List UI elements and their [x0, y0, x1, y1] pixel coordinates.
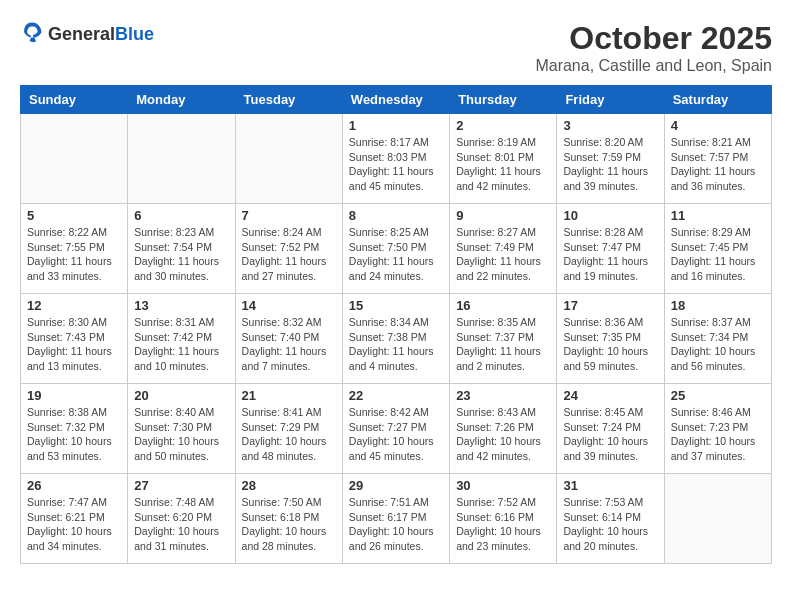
- day-info: Sunrise: 8:43 AM Sunset: 7:26 PM Dayligh…: [456, 405, 550, 464]
- title-section: October 2025 Marana, Castille and Leon, …: [535, 20, 772, 75]
- calendar-cell: 29Sunrise: 7:51 AM Sunset: 6:17 PM Dayli…: [342, 474, 449, 564]
- day-number: 5: [27, 208, 121, 223]
- day-info: Sunrise: 8:32 AM Sunset: 7:40 PM Dayligh…: [242, 315, 336, 374]
- day-info: Sunrise: 8:38 AM Sunset: 7:32 PM Dayligh…: [27, 405, 121, 464]
- calendar-cell: 6Sunrise: 8:23 AM Sunset: 7:54 PM Daylig…: [128, 204, 235, 294]
- day-info: Sunrise: 8:21 AM Sunset: 7:57 PM Dayligh…: [671, 135, 765, 194]
- day-info: Sunrise: 7:47 AM Sunset: 6:21 PM Dayligh…: [27, 495, 121, 554]
- calendar-cell: 25Sunrise: 8:46 AM Sunset: 7:23 PM Dayli…: [664, 384, 771, 474]
- calendar-cell: 28Sunrise: 7:50 AM Sunset: 6:18 PM Dayli…: [235, 474, 342, 564]
- day-info: Sunrise: 8:19 AM Sunset: 8:01 PM Dayligh…: [456, 135, 550, 194]
- calendar-cell: [235, 114, 342, 204]
- calendar-cell: 18Sunrise: 8:37 AM Sunset: 7:34 PM Dayli…: [664, 294, 771, 384]
- day-info: Sunrise: 8:22 AM Sunset: 7:55 PM Dayligh…: [27, 225, 121, 284]
- day-number: 16: [456, 298, 550, 313]
- day-info: Sunrise: 7:50 AM Sunset: 6:18 PM Dayligh…: [242, 495, 336, 554]
- weekday-header-wednesday: Wednesday: [342, 86, 449, 114]
- month-title: October 2025: [535, 20, 772, 57]
- day-number: 15: [349, 298, 443, 313]
- calendar-cell: 21Sunrise: 8:41 AM Sunset: 7:29 PM Dayli…: [235, 384, 342, 474]
- day-number: 20: [134, 388, 228, 403]
- calendar-cell: [128, 114, 235, 204]
- day-number: 12: [27, 298, 121, 313]
- calendar-cell: 11Sunrise: 8:29 AM Sunset: 7:45 PM Dayli…: [664, 204, 771, 294]
- calendar-cell: 8Sunrise: 8:25 AM Sunset: 7:50 PM Daylig…: [342, 204, 449, 294]
- logo-icon: [20, 20, 44, 44]
- weekday-header-monday: Monday: [128, 86, 235, 114]
- calendar-cell: 10Sunrise: 8:28 AM Sunset: 7:47 PM Dayli…: [557, 204, 664, 294]
- calendar-cell: [664, 474, 771, 564]
- weekday-header-saturday: Saturday: [664, 86, 771, 114]
- calendar-cell: 9Sunrise: 8:27 AM Sunset: 7:49 PM Daylig…: [450, 204, 557, 294]
- calendar-cell: 2Sunrise: 8:19 AM Sunset: 8:01 PM Daylig…: [450, 114, 557, 204]
- day-number: 23: [456, 388, 550, 403]
- calendar-cell: 14Sunrise: 8:32 AM Sunset: 7:40 PM Dayli…: [235, 294, 342, 384]
- day-info: Sunrise: 7:52 AM Sunset: 6:16 PM Dayligh…: [456, 495, 550, 554]
- day-number: 19: [27, 388, 121, 403]
- day-info: Sunrise: 8:34 AM Sunset: 7:38 PM Dayligh…: [349, 315, 443, 374]
- day-number: 11: [671, 208, 765, 223]
- day-info: Sunrise: 8:42 AM Sunset: 7:27 PM Dayligh…: [349, 405, 443, 464]
- day-number: 1: [349, 118, 443, 133]
- calendar-cell: 27Sunrise: 7:48 AM Sunset: 6:20 PM Dayli…: [128, 474, 235, 564]
- day-number: 17: [563, 298, 657, 313]
- week-row-5: 26Sunrise: 7:47 AM Sunset: 6:21 PM Dayli…: [21, 474, 772, 564]
- day-info: Sunrise: 8:24 AM Sunset: 7:52 PM Dayligh…: [242, 225, 336, 284]
- week-row-1: 1Sunrise: 8:17 AM Sunset: 8:03 PM Daylig…: [21, 114, 772, 204]
- day-info: Sunrise: 8:45 AM Sunset: 7:24 PM Dayligh…: [563, 405, 657, 464]
- weekday-header-row: SundayMondayTuesdayWednesdayThursdayFrid…: [21, 86, 772, 114]
- day-info: Sunrise: 8:27 AM Sunset: 7:49 PM Dayligh…: [456, 225, 550, 284]
- day-info: Sunrise: 8:37 AM Sunset: 7:34 PM Dayligh…: [671, 315, 765, 374]
- calendar-cell: 4Sunrise: 8:21 AM Sunset: 7:57 PM Daylig…: [664, 114, 771, 204]
- day-number: 30: [456, 478, 550, 493]
- day-number: 27: [134, 478, 228, 493]
- calendar-cell: 7Sunrise: 8:24 AM Sunset: 7:52 PM Daylig…: [235, 204, 342, 294]
- calendar-cell: 31Sunrise: 7:53 AM Sunset: 6:14 PM Dayli…: [557, 474, 664, 564]
- calendar-cell: 26Sunrise: 7:47 AM Sunset: 6:21 PM Dayli…: [21, 474, 128, 564]
- calendar-cell: [21, 114, 128, 204]
- day-number: 6: [134, 208, 228, 223]
- calendar-cell: 30Sunrise: 7:52 AM Sunset: 6:16 PM Dayli…: [450, 474, 557, 564]
- day-info: Sunrise: 8:36 AM Sunset: 7:35 PM Dayligh…: [563, 315, 657, 374]
- day-number: 2: [456, 118, 550, 133]
- day-info: Sunrise: 8:30 AM Sunset: 7:43 PM Dayligh…: [27, 315, 121, 374]
- week-row-2: 5Sunrise: 8:22 AM Sunset: 7:55 PM Daylig…: [21, 204, 772, 294]
- day-info: Sunrise: 7:48 AM Sunset: 6:20 PM Dayligh…: [134, 495, 228, 554]
- day-info: Sunrise: 8:20 AM Sunset: 7:59 PM Dayligh…: [563, 135, 657, 194]
- calendar-cell: 17Sunrise: 8:36 AM Sunset: 7:35 PM Dayli…: [557, 294, 664, 384]
- day-number: 4: [671, 118, 765, 133]
- day-info: Sunrise: 8:35 AM Sunset: 7:37 PM Dayligh…: [456, 315, 550, 374]
- day-number: 22: [349, 388, 443, 403]
- calendar-cell: 20Sunrise: 8:40 AM Sunset: 7:30 PM Dayli…: [128, 384, 235, 474]
- calendar-cell: 13Sunrise: 8:31 AM Sunset: 7:42 PM Dayli…: [128, 294, 235, 384]
- day-number: 26: [27, 478, 121, 493]
- day-info: Sunrise: 8:29 AM Sunset: 7:45 PM Dayligh…: [671, 225, 765, 284]
- weekday-header-thursday: Thursday: [450, 86, 557, 114]
- calendar: SundayMondayTuesdayWednesdayThursdayFrid…: [20, 85, 772, 564]
- calendar-cell: 12Sunrise: 8:30 AM Sunset: 7:43 PM Dayli…: [21, 294, 128, 384]
- calendar-cell: 15Sunrise: 8:34 AM Sunset: 7:38 PM Dayli…: [342, 294, 449, 384]
- day-info: Sunrise: 8:40 AM Sunset: 7:30 PM Dayligh…: [134, 405, 228, 464]
- day-info: Sunrise: 8:41 AM Sunset: 7:29 PM Dayligh…: [242, 405, 336, 464]
- day-info: Sunrise: 7:53 AM Sunset: 6:14 PM Dayligh…: [563, 495, 657, 554]
- day-info: Sunrise: 8:28 AM Sunset: 7:47 PM Dayligh…: [563, 225, 657, 284]
- day-number: 21: [242, 388, 336, 403]
- day-number: 24: [563, 388, 657, 403]
- weekday-header-tuesday: Tuesday: [235, 86, 342, 114]
- day-number: 10: [563, 208, 657, 223]
- day-info: Sunrise: 8:25 AM Sunset: 7:50 PM Dayligh…: [349, 225, 443, 284]
- location-title: Marana, Castille and Leon, Spain: [535, 57, 772, 75]
- day-number: 3: [563, 118, 657, 133]
- week-row-4: 19Sunrise: 8:38 AM Sunset: 7:32 PM Dayli…: [21, 384, 772, 474]
- day-number: 31: [563, 478, 657, 493]
- header: General Blue October 2025 Marana, Castil…: [20, 20, 772, 75]
- calendar-cell: 22Sunrise: 8:42 AM Sunset: 7:27 PM Dayli…: [342, 384, 449, 474]
- week-row-3: 12Sunrise: 8:30 AM Sunset: 7:43 PM Dayli…: [21, 294, 772, 384]
- day-info: Sunrise: 7:51 AM Sunset: 6:17 PM Dayligh…: [349, 495, 443, 554]
- day-number: 18: [671, 298, 765, 313]
- calendar-cell: 23Sunrise: 8:43 AM Sunset: 7:26 PM Dayli…: [450, 384, 557, 474]
- calendar-cell: 19Sunrise: 8:38 AM Sunset: 7:32 PM Dayli…: [21, 384, 128, 474]
- calendar-cell: 5Sunrise: 8:22 AM Sunset: 7:55 PM Daylig…: [21, 204, 128, 294]
- weekday-header-sunday: Sunday: [21, 86, 128, 114]
- day-number: 8: [349, 208, 443, 223]
